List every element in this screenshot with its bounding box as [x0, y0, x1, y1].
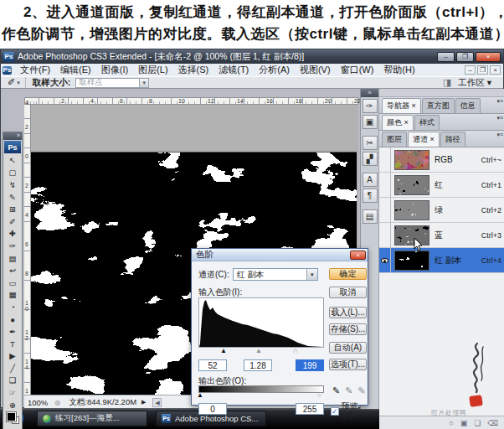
dialog-close-icon[interactable]: × — [350, 251, 366, 260]
ok-button[interactable]: 确定 — [329, 268, 367, 280]
foreground-color-swatch[interactable] — [7, 412, 16, 421]
channel-row-red[interactable]: 红 Ctrl+1 — [379, 173, 504, 198]
line-tool[interactable]: ╱ — [3, 362, 22, 375]
doc-minimize-icon[interactable]: – — [465, 65, 476, 75]
menu-view[interactable]: 视图(V) — [295, 64, 336, 76]
cancel-button[interactable]: 取消 — [329, 287, 367, 298]
new-channel-icon[interactable]: ❏ — [474, 419, 481, 427]
gamma-slider[interactable]: ▲ — [255, 347, 262, 355]
panel-menu-icon[interactable]: ▾≡ — [496, 132, 503, 138]
tab-layers[interactable]: 图层 — [382, 132, 407, 147]
delete-channel-icon[interactable]: ⌫ — [487, 419, 498, 427]
tab-styles[interactable]: 样式 — [414, 115, 440, 130]
layer-comps-panel-icon[interactable]: ▤ — [363, 209, 378, 224]
black-point-slider[interactable]: ▲ — [220, 347, 227, 355]
tool-preset-arrow-icon[interactable]: ▾ — [17, 80, 20, 86]
gray-eyedropper-icon[interactable]: ✎ — [345, 385, 352, 396]
channel-row-blue[interactable]: 蓝 Ctrl+3 — [379, 223, 504, 248]
visibility-cell[interactable] — [379, 147, 391, 172]
save-selection-icon[interactable]: ▣ — [460, 419, 468, 427]
title-bar[interactable]: Ps Adobe Photoshop CS3 Extended - [未命名-2… — [1, 49, 503, 64]
lasso-tool[interactable]: ↯ — [3, 178, 22, 191]
tab-color[interactable]: 颜色 × — [382, 115, 414, 130]
channel-row-rgb[interactable]: RGB Ctrl+~ — [379, 147, 504, 173]
chevron-down-icon[interactable]: ▾ — [306, 269, 317, 280]
black-eyedropper-icon[interactable]: ✎ — [332, 385, 340, 396]
marquee-tool[interactable]: ▢ — [3, 167, 22, 179]
white-eyedropper-icon[interactable]: ✎ — [357, 385, 365, 396]
load-selection-icon[interactable]: ○ — [449, 419, 453, 427]
eye-icon[interactable] — [381, 258, 388, 263]
zoom-tool[interactable]: ⊕ — [3, 399, 22, 411]
options-button[interactable]: 选项(T)... — [329, 359, 367, 370]
visibility-cell[interactable] — [379, 248, 391, 272]
tab-paths[interactable]: 路径 — [440, 132, 465, 147]
go-to-bridge-icon[interactable]: ◨ — [443, 77, 451, 88]
status-flyout-icon[interactable]: ▶ — [141, 399, 146, 406]
menu-filter[interactable]: 滤镜(T) — [213, 64, 254, 76]
history-brush-tool[interactable]: ↩ — [3, 264, 22, 277]
output-white-slider[interactable]: ○ — [317, 391, 321, 400]
maximize-button[interactable]: ❐ — [456, 52, 474, 62]
output-black-slider[interactable]: ▲ — [197, 391, 203, 400]
tab-navigator[interactable]: 导航器 × — [382, 98, 421, 113]
output-black-field[interactable]: 0 — [198, 403, 227, 415]
tab-channels[interactable]: 通道 × — [408, 132, 440, 147]
minimize-button[interactable]: – — [437, 52, 455, 62]
character-panel-icon[interactable]: A — [363, 173, 378, 187]
dialog-title-bar[interactable]: 色阶 × — [192, 249, 368, 261]
brushes-panel-icon[interactable]: ✑ — [363, 99, 378, 113]
input-white-field[interactable]: 199 — [296, 359, 324, 371]
hand-tool[interactable]: ☞ — [3, 386, 22, 399]
white-point-slider[interactable]: ▲ — [292, 347, 299, 355]
menu-file[interactable]: 文件(F) — [15, 64, 55, 76]
workspace-menu[interactable]: 工作区 ▾ — [458, 77, 491, 89]
panel-menu-icon[interactable]: ▾≡ — [496, 115, 503, 121]
close-button[interactable]: × — [476, 52, 501, 62]
pen-tool[interactable]: ✒ — [3, 325, 22, 338]
color-swatches[interactable] — [3, 411, 22, 426]
gradient-tool[interactable]: ▦ — [3, 289, 22, 302]
preview-checkbox[interactable]: ✓ — [331, 407, 339, 416]
paragraph-panel-icon[interactable]: ¶ — [363, 189, 378, 203]
clone-source-panel-icon[interactable]: ▣ — [363, 115, 378, 129]
menu-analysis[interactable]: 分析(A) — [254, 64, 295, 76]
doc-restore-icon[interactable]: ❐ — [477, 65, 488, 75]
channel-combobox[interactable]: 红 副本 ▾ — [233, 268, 318, 281]
blur-tool[interactable]: ◔ — [3, 301, 22, 313]
crop-tool[interactable]: ⊞ — [3, 203, 22, 215]
eyedropper-tool[interactable]: ✐ — [3, 215, 22, 228]
dock-collapse-icon[interactable]: » — [361, 89, 378, 97]
tool-presets-panel-icon[interactable]: ✂ — [363, 136, 378, 150]
channel-row-green[interactable]: 绿 Ctrl+2 — [379, 198, 504, 223]
save-button[interactable]: 存储(S)... — [329, 323, 367, 335]
chevron-down-icon[interactable]: ▾ — [139, 79, 148, 87]
menu-image[interactable]: 图像(I) — [96, 64, 133, 76]
input-gamma-field[interactable]: 1.28 — [244, 359, 272, 371]
menu-select[interactable]: 选择(S) — [173, 64, 214, 76]
quick-selection-tool[interactable]: ✎ — [3, 191, 22, 204]
toolbox-collapse-icon[interactable]: » — [3, 132, 22, 140]
menu-edit[interactable]: 编辑(E) — [55, 64, 96, 76]
panel-menu-icon[interactable]: ▾≡ — [496, 98, 503, 105]
auto-button[interactable]: 自动(A) — [329, 342, 367, 354]
zoom-level[interactable]: 100% — [28, 398, 48, 407]
visibility-cell[interactable] — [379, 223, 391, 247]
eraser-tool[interactable]: ▭ — [3, 277, 22, 289]
menu-help[interactable]: 帮助(H) — [378, 64, 419, 76]
doc-close-icon[interactable]: × — [490, 65, 501, 75]
sample-size-select[interactable]: 取样点 ▾ — [75, 78, 149, 88]
animation-panel-icon[interactable]: ▞ — [363, 152, 378, 166]
path-select-tool[interactable]: ▶ — [3, 350, 22, 363]
visibility-cell[interactable] — [379, 173, 391, 197]
dodge-tool[interactable]: ● — [3, 313, 22, 326]
channel-row-red-copy-selected[interactable]: 红 副本 Ctrl+4 — [379, 248, 504, 273]
current-tool-chip[interactable]: ✐ ▾ — [1, 77, 26, 88]
tab-info[interactable]: 信息 — [455, 98, 481, 113]
output-white-field[interactable]: 255 — [296, 403, 324, 415]
load-button[interactable]: 载入(L)... — [329, 307, 367, 318]
menu-window[interactable]: 窗口(W) — [336, 64, 379, 76]
taskbar-item-browser[interactable]: 练习[263]—海景... — [37, 411, 147, 426]
move-tool[interactable]: ↖ — [3, 154, 22, 167]
clone-stamp-tool[interactable]: ▤ — [3, 252, 22, 265]
